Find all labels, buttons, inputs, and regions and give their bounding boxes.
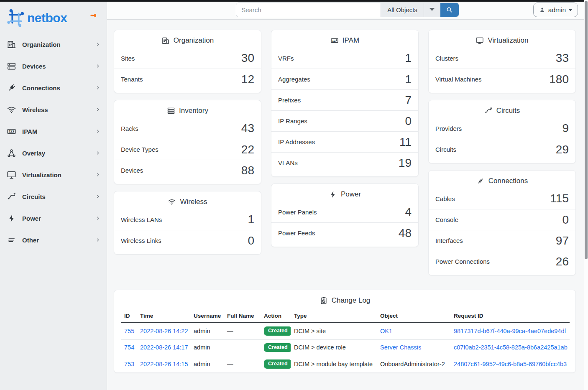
stat-label: Clusters: [435, 55, 458, 62]
stat-value[interactable]: 19: [399, 156, 412, 170]
stat-label: Power Connections: [435, 258, 490, 265]
search-input[interactable]: [236, 3, 381, 17]
card-title: Organization: [174, 36, 214, 45]
sidebar-item-virtualization[interactable]: Virtualization: [0, 164, 107, 186]
stat-value[interactable]: 48: [399, 227, 412, 240]
stat-value[interactable]: 22: [241, 143, 254, 156]
sidebar-item-devices[interactable]: Devices: [0, 55, 107, 77]
stat-value[interactable]: 180: [549, 73, 569, 86]
stat-row: Wireless LANs 1: [114, 209, 261, 230]
wireless-card: Wireless Wireless LANs 1 Wireless Links …: [114, 191, 261, 255]
stat-label: Power Feeds: [278, 229, 315, 237]
stat-value[interactable]: 33: [556, 51, 569, 65]
window-top-edge: [0, 0, 588, 2]
stat-value[interactable]: 1: [248, 213, 254, 226]
scrollbar-track[interactable]: [584, 0, 588, 390]
changelog-request-link[interactable]: c07f0ab2-2351-4c58-825a-8b6a2425a1ab: [454, 344, 568, 351]
stat-value[interactable]: 1: [405, 51, 412, 65]
stat-value[interactable]: 4: [405, 205, 412, 219]
sidebar-item-label: Connections: [22, 84, 95, 92]
changelog-id-link[interactable]: 755: [124, 328, 134, 334]
changelog-time-link[interactable]: 2022-08-26 14:15: [140, 361, 188, 367]
changelog-request-link[interactable]: 24807c61-9952-49c6-b8a5-69760bfcc4b3: [454, 361, 567, 367]
stat-label: Circuits: [435, 146, 456, 153]
stat-value[interactable]: 12: [241, 73, 254, 86]
stat-value[interactable]: 29: [556, 143, 569, 156]
card-header: Connections: [429, 171, 575, 188]
changelog-time-link[interactable]: 2022-08-26 14:17: [140, 344, 188, 351]
stat-row: Tenants 12: [114, 69, 261, 89]
search-submit-button[interactable]: [440, 3, 459, 17]
scrollbar-thumb[interactable]: [585, 1, 588, 259]
stat-value[interactable]: 97: [556, 234, 569, 247]
column-header-object: Object: [377, 309, 450, 323]
chevron-right-icon: [95, 150, 101, 156]
stat-label: Device Types: [121, 146, 159, 153]
sidebar-item-label: Virtualization: [22, 171, 95, 178]
person-icon: [539, 7, 545, 13]
card-header: Change Log: [114, 290, 575, 308]
stat-row: VLANs 19: [271, 152, 418, 173]
sidebar-item-organization[interactable]: Organization: [0, 33, 107, 55]
pin-sidebar-icon[interactable]: [89, 12, 97, 19]
caret-down-icon: [569, 9, 572, 11]
changelog-request-link[interactable]: 9817317d-b67f-440a-99ca-4ae07ede94df: [454, 328, 566, 334]
stat-value[interactable]: 0: [248, 234, 254, 247]
changelog-object-link[interactable]: OK1: [380, 328, 392, 334]
stat-value[interactable]: 30: [241, 51, 254, 65]
card-header: Power: [271, 184, 418, 201]
sidebar-item-ipam[interactable]: 1 2 IPAM: [0, 120, 107, 142]
sidebar-item-other[interactable]: Other: [0, 229, 107, 251]
stat-value[interactable]: 26: [556, 255, 569, 268]
stat-value[interactable]: 9: [562, 122, 569, 135]
column-header-type: Type: [291, 309, 377, 323]
server-stack-icon: [167, 107, 175, 115]
card-title: Change Log: [332, 296, 371, 305]
chevron-right-icon: [95, 194, 101, 199]
lightning-icon: [329, 190, 337, 199]
stat-label: Cables: [435, 195, 455, 202]
sidebar-item-overlay[interactable]: Overlay: [0, 142, 107, 164]
stat-label: VRFs: [278, 55, 294, 62]
stat-value[interactable]: 115: [550, 192, 569, 205]
chevron-right-icon: [95, 172, 101, 178]
graph-icon: [7, 148, 16, 158]
stat-label: IP Addresses: [278, 138, 315, 145]
stat-label: Devices: [121, 167, 143, 174]
stat-value[interactable]: 0: [405, 115, 412, 128]
filter-button[interactable]: [424, 3, 440, 17]
sidebar-menu: Organization Devices: [0, 33, 107, 251]
search-scope-button[interactable]: All Objects: [381, 3, 424, 17]
changelog-id-link[interactable]: 754: [124, 344, 134, 351]
brand-wordmark: netbox: [27, 11, 67, 25]
chevron-right-icon: [95, 215, 101, 221]
sidebar-item-circuits[interactable]: Circuits: [0, 186, 107, 207]
stat-value[interactable]: 7: [405, 94, 412, 107]
lines-icon: [7, 235, 16, 245]
stat-value[interactable]: 11: [399, 135, 412, 149]
sidebar-item-connections[interactable]: Connections: [0, 77, 107, 99]
user-menu-button[interactable]: admin: [533, 3, 578, 17]
stat-value[interactable]: 88: [241, 164, 254, 177]
card-header: Organization: [114, 30, 261, 48]
stat-value[interactable]: 1: [405, 73, 412, 86]
card-title: Power: [341, 190, 361, 199]
stat-value[interactable]: 43: [241, 122, 254, 135]
stat-label: VLANs: [278, 159, 298, 166]
sidebar-item-wireless[interactable]: Wireless: [0, 99, 107, 120]
stat-value[interactable]: 0: [562, 213, 569, 227]
card-header: 1 2 IPAM: [271, 30, 418, 48]
stat-label: Tenants: [121, 76, 143, 83]
card-title: Wireless: [180, 198, 207, 206]
sidebar-item-power[interactable]: Power: [0, 207, 107, 229]
brand[interactable]: netbox: [0, 0, 107, 33]
changelog-time-link[interactable]: 2022-08-26 14:22: [140, 328, 188, 334]
inventory-card: Inventory Racks 43 Device Types 22 Devic…: [114, 100, 261, 184]
sidebar-item-label: Wireless: [22, 106, 95, 113]
stat-label: Wireless Links: [121, 237, 161, 244]
virtualization-card: Virtualization Clusters 33 Virtual Machi…: [428, 30, 576, 93]
sidebar-item-label: Power: [22, 215, 95, 222]
chevron-right-icon: [95, 237, 101, 243]
changelog-id-link[interactable]: 753: [124, 361, 134, 367]
changelog-object-link[interactable]: Server Chassis: [380, 344, 421, 351]
